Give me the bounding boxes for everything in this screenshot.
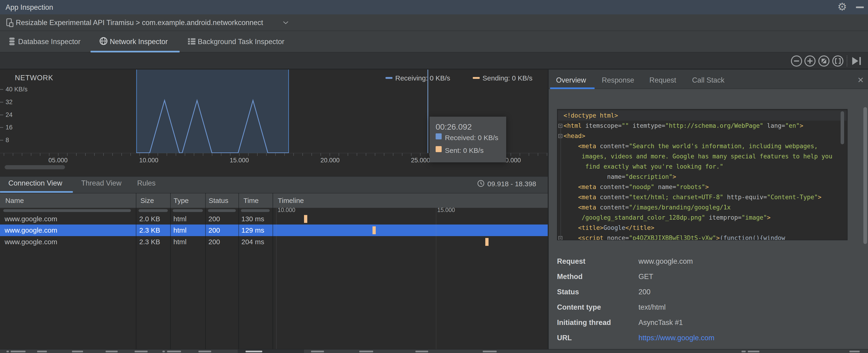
column-scrollbar[interactable]	[241, 209, 270, 212]
chart-title: NETWORK	[15, 74, 53, 82]
zoom-out-button[interactable]	[790, 55, 803, 67]
x-axis-minor-tick	[339, 153, 339, 156]
zoom-to-selection-button[interactable]	[832, 55, 844, 67]
col-header-type[interactable]: Type	[174, 197, 189, 204]
code-fold-marker[interactable]	[558, 236, 562, 240]
connection-row[interactable]: www.google.com2.3 KBhtml200204 ms	[0, 236, 548, 248]
tab-response[interactable]: Response	[602, 76, 634, 84]
database-icon	[8, 37, 16, 46]
detail-label: Content type	[557, 303, 601, 311]
chevron-down-icon[interactable]	[283, 21, 289, 25]
x-axis-minor-tick	[194, 153, 194, 156]
code-line: name="description">	[563, 172, 840, 182]
sending-legend-swatch	[473, 77, 480, 79]
x-axis-minor-tick	[140, 153, 140, 156]
col-header-status[interactable]: Status	[209, 197, 228, 204]
detail-value-link[interactable]: https://www.google.com	[639, 334, 714, 342]
tab-call-stack[interactable]: Call Stack	[692, 76, 724, 84]
cell-status: 200	[209, 227, 220, 234]
y-axis-label: 24	[6, 112, 12, 118]
clipped-toolbar-glyph	[246, 351, 262, 352]
received-swatch	[436, 133, 442, 139]
detail-value: AsyncTask #1	[639, 319, 683, 326]
tooltip-sent: Sent: 0 KB/s	[445, 147, 484, 154]
tab-database-inspector[interactable]: Database Inspector	[18, 38, 81, 45]
x-axis-label: 20.000	[320, 157, 340, 163]
y-axis-tick	[0, 140, 3, 140]
column-separator[interactable]	[205, 193, 206, 349]
y-axis-tick	[0, 115, 3, 115]
cell-time: 130 ms	[241, 216, 264, 222]
x-axis-minor-tick	[275, 153, 276, 156]
zoom-in-button[interactable]	[804, 55, 816, 67]
chart-range-scrollbar[interactable]	[5, 165, 65, 169]
bottom-tool-window-bar[interactable]	[0, 349, 868, 353]
connection-row[interactable]: www.google.com2.3 KBhtml200129 ms	[0, 225, 548, 236]
col-header-name[interactable]: Name	[5, 197, 24, 204]
tab-network-inspector[interactable]: Network Inspector	[110, 38, 168, 45]
window-title: App Inspection	[6, 4, 53, 11]
x-axis-minor-tick	[185, 153, 185, 156]
column-separator[interactable]	[238, 193, 239, 349]
clipped-toolbar-glyph	[742, 351, 746, 352]
reset-zoom-button[interactable]	[818, 55, 830, 67]
tab-background-task-inspector[interactable]: Background Task Inspector	[198, 38, 284, 45]
clipped-toolbar-glyph	[37, 351, 47, 352]
x-axis-minor-tick	[158, 153, 158, 156]
x-axis-minor-tick	[49, 153, 50, 156]
details-scrollbar[interactable]	[863, 107, 867, 244]
column-scrollbar[interactable]	[173, 209, 203, 212]
column-scrollbar[interactable]	[3, 209, 131, 212]
x-axis-minor-tick	[420, 153, 421, 156]
cell-type: html	[174, 216, 187, 222]
clipped-toolbar-glyph	[483, 351, 497, 352]
x-axis-minor-tick	[320, 153, 321, 156]
x-axis-minor-tick	[375, 153, 375, 156]
x-axis-minor-tick	[538, 153, 538, 156]
go-live-icon[interactable]	[852, 57, 862, 65]
tab-overview[interactable]: Overview	[556, 76, 586, 84]
col-header-size[interactable]: Size	[141, 197, 154, 204]
cell-time: 204 ms	[241, 238, 264, 246]
receiving-legend-label: Receiving: 0 KB/s	[395, 75, 450, 82]
tab-thread-view[interactable]: Thread View	[81, 180, 121, 187]
gear-icon[interactable]: ⚙	[837, 1, 847, 12]
code-line: images, videos and more. Google has many…	[563, 151, 840, 161]
column-separator[interactable]	[170, 193, 171, 349]
selected-time-range: 09.918 - 18.398	[487, 181, 536, 187]
column-separator[interactable]	[136, 193, 136, 349]
x-axis-label: 15.000	[230, 157, 249, 163]
table-header	[0, 193, 548, 208]
column-scrollbar[interactable]	[208, 209, 236, 212]
device-process-selector[interactable]: Resizable Experimental API Tiramisu > co…	[16, 19, 263, 26]
code-scrollbar[interactable]	[841, 111, 844, 144]
tab-request[interactable]: Request	[649, 76, 676, 84]
y-axis-label: 16	[6, 124, 12, 131]
y-axis-label: 40 KB/s	[6, 86, 28, 93]
panel-splitter[interactable]	[548, 70, 549, 353]
col-header-timeline[interactable]: Timeline	[278, 197, 304, 204]
code-fold-marker[interactable]	[558, 134, 562, 138]
connection-row[interactable]: www.google.com2.0 KBhtml200130 ms	[0, 213, 548, 225]
cell-status: 200	[209, 238, 220, 246]
code-fold-marker[interactable]	[558, 124, 562, 128]
cell-time: 129 ms	[241, 227, 264, 234]
code-line: /googleg_standard_color_128dp.png" itemp…	[563, 213, 840, 223]
tooltip-received: Received: 0 KB/s	[445, 134, 498, 141]
response-code-preview[interactable]: <!doctype html><html itemscope="" itemty…	[557, 109, 847, 240]
tab-connection-view[interactable]: Connection View	[8, 180, 62, 187]
tab-rules[interactable]: Rules	[137, 180, 155, 187]
col-header-time[interactable]: Time	[244, 197, 259, 204]
code-line: <!doctype html>	[563, 110, 840, 121]
x-axis-minor-tick	[330, 153, 330, 156]
detail-value: 200	[639, 288, 651, 295]
timeline-event-tick	[485, 238, 489, 246]
close-icon[interactable]: ✕	[857, 76, 864, 84]
chart-tooltip: 00:26.092 Received: 0 KB/s Sent: 0 KB/s	[430, 117, 506, 162]
detail-label: Method	[557, 273, 583, 280]
cell-size: 2.3 KB	[139, 238, 160, 246]
column-scrollbar[interactable]	[138, 209, 168, 212]
minimize-icon[interactable]	[856, 6, 864, 8]
y-axis-label: 32	[6, 99, 12, 105]
column-separator[interactable]	[273, 193, 273, 349]
